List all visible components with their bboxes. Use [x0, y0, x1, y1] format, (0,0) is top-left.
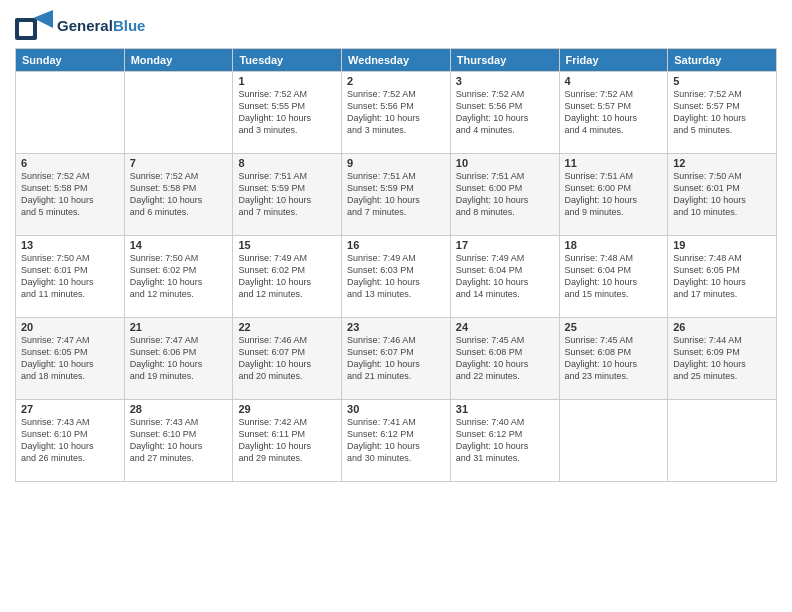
calendar-cell: 13Sunrise: 7:50 AM Sunset: 6:01 PM Dayli… [16, 236, 125, 318]
calendar-row: 1Sunrise: 7:52 AM Sunset: 5:55 PM Daylig… [16, 72, 777, 154]
calendar-cell: 29Sunrise: 7:42 AM Sunset: 6:11 PM Dayli… [233, 400, 342, 482]
day-info: Sunrise: 7:52 AM Sunset: 5:56 PM Dayligh… [347, 88, 445, 137]
day-info: Sunrise: 7:51 AM Sunset: 6:00 PM Dayligh… [565, 170, 663, 219]
logo-blue: Blue [113, 17, 146, 34]
day-info: Sunrise: 7:43 AM Sunset: 6:10 PM Dayligh… [21, 416, 119, 465]
day-info: Sunrise: 7:48 AM Sunset: 6:04 PM Dayligh… [565, 252, 663, 301]
day-info: Sunrise: 7:51 AM Sunset: 5:59 PM Dayligh… [347, 170, 445, 219]
weekday-header-wednesday: Wednesday [342, 49, 451, 72]
calendar-cell: 15Sunrise: 7:49 AM Sunset: 6:02 PM Dayli… [233, 236, 342, 318]
calendar-cell: 2Sunrise: 7:52 AM Sunset: 5:56 PM Daylig… [342, 72, 451, 154]
calendar-cell: 31Sunrise: 7:40 AM Sunset: 6:12 PM Dayli… [450, 400, 559, 482]
calendar-cell: 14Sunrise: 7:50 AM Sunset: 6:02 PM Dayli… [124, 236, 233, 318]
calendar-cell [559, 400, 668, 482]
day-info: Sunrise: 7:47 AM Sunset: 6:05 PM Dayligh… [21, 334, 119, 383]
calendar-cell: 27Sunrise: 7:43 AM Sunset: 6:10 PM Dayli… [16, 400, 125, 482]
day-info: Sunrise: 7:52 AM Sunset: 5:57 PM Dayligh… [565, 88, 663, 137]
day-number: 25 [565, 321, 663, 333]
day-info: Sunrise: 7:52 AM Sunset: 5:58 PM Dayligh… [130, 170, 228, 219]
day-info: Sunrise: 7:44 AM Sunset: 6:09 PM Dayligh… [673, 334, 771, 383]
calendar-cell: 7Sunrise: 7:52 AM Sunset: 5:58 PM Daylig… [124, 154, 233, 236]
day-number: 8 [238, 157, 336, 169]
day-info: Sunrise: 7:52 AM Sunset: 5:55 PM Dayligh… [238, 88, 336, 137]
calendar-cell: 21Sunrise: 7:47 AM Sunset: 6:06 PM Dayli… [124, 318, 233, 400]
day-info: Sunrise: 7:51 AM Sunset: 5:59 PM Dayligh… [238, 170, 336, 219]
calendar-row: 20Sunrise: 7:47 AM Sunset: 6:05 PM Dayli… [16, 318, 777, 400]
day-number: 30 [347, 403, 445, 415]
day-number: 2 [347, 75, 445, 87]
day-info: Sunrise: 7:42 AM Sunset: 6:11 PM Dayligh… [238, 416, 336, 465]
calendar-cell: 9Sunrise: 7:51 AM Sunset: 5:59 PM Daylig… [342, 154, 451, 236]
day-number: 19 [673, 239, 771, 251]
calendar-cell [668, 400, 777, 482]
day-info: Sunrise: 7:49 AM Sunset: 6:02 PM Dayligh… [238, 252, 336, 301]
calendar-cell: 18Sunrise: 7:48 AM Sunset: 6:04 PM Dayli… [559, 236, 668, 318]
day-info: Sunrise: 7:43 AM Sunset: 6:10 PM Dayligh… [130, 416, 228, 465]
svg-rect-2 [19, 22, 33, 36]
calendar-cell: 24Sunrise: 7:45 AM Sunset: 6:08 PM Dayli… [450, 318, 559, 400]
calendar-cell: 22Sunrise: 7:46 AM Sunset: 6:07 PM Dayli… [233, 318, 342, 400]
calendar-cell: 1Sunrise: 7:52 AM Sunset: 5:55 PM Daylig… [233, 72, 342, 154]
day-info: Sunrise: 7:46 AM Sunset: 6:07 PM Dayligh… [238, 334, 336, 383]
logo: GeneralBlue [15, 10, 145, 42]
day-info: Sunrise: 7:50 AM Sunset: 6:02 PM Dayligh… [130, 252, 228, 301]
calendar-cell: 25Sunrise: 7:45 AM Sunset: 6:08 PM Dayli… [559, 318, 668, 400]
calendar-cell: 23Sunrise: 7:46 AM Sunset: 6:07 PM Dayli… [342, 318, 451, 400]
day-number: 15 [238, 239, 336, 251]
calendar-cell: 16Sunrise: 7:49 AM Sunset: 6:03 PM Dayli… [342, 236, 451, 318]
day-number: 24 [456, 321, 554, 333]
calendar-row: 13Sunrise: 7:50 AM Sunset: 6:01 PM Dayli… [16, 236, 777, 318]
day-number: 29 [238, 403, 336, 415]
calendar-cell: 3Sunrise: 7:52 AM Sunset: 5:56 PM Daylig… [450, 72, 559, 154]
day-info: Sunrise: 7:45 AM Sunset: 6:08 PM Dayligh… [565, 334, 663, 383]
day-info: Sunrise: 7:49 AM Sunset: 6:03 PM Dayligh… [347, 252, 445, 301]
day-number: 1 [238, 75, 336, 87]
calendar-cell: 10Sunrise: 7:51 AM Sunset: 6:00 PM Dayli… [450, 154, 559, 236]
day-info: Sunrise: 7:52 AM Sunset: 5:58 PM Dayligh… [21, 170, 119, 219]
day-number: 28 [130, 403, 228, 415]
day-info: Sunrise: 7:40 AM Sunset: 6:12 PM Dayligh… [456, 416, 554, 465]
calendar-cell: 11Sunrise: 7:51 AM Sunset: 6:00 PM Dayli… [559, 154, 668, 236]
calendar-cell: 6Sunrise: 7:52 AM Sunset: 5:58 PM Daylig… [16, 154, 125, 236]
day-info: Sunrise: 7:49 AM Sunset: 6:04 PM Dayligh… [456, 252, 554, 301]
day-number: 5 [673, 75, 771, 87]
calendar-cell: 8Sunrise: 7:51 AM Sunset: 5:59 PM Daylig… [233, 154, 342, 236]
day-number: 7 [130, 157, 228, 169]
day-info: Sunrise: 7:46 AM Sunset: 6:07 PM Dayligh… [347, 334, 445, 383]
calendar-cell: 30Sunrise: 7:41 AM Sunset: 6:12 PM Dayli… [342, 400, 451, 482]
calendar-cell: 4Sunrise: 7:52 AM Sunset: 5:57 PM Daylig… [559, 72, 668, 154]
calendar-cell: 28Sunrise: 7:43 AM Sunset: 6:10 PM Dayli… [124, 400, 233, 482]
weekday-header-thursday: Thursday [450, 49, 559, 72]
day-number: 23 [347, 321, 445, 333]
day-number: 26 [673, 321, 771, 333]
day-info: Sunrise: 7:45 AM Sunset: 6:08 PM Dayligh… [456, 334, 554, 383]
calendar-header-row: SundayMondayTuesdayWednesdayThursdayFrid… [16, 49, 777, 72]
day-number: 31 [456, 403, 554, 415]
day-info: Sunrise: 7:41 AM Sunset: 6:12 PM Dayligh… [347, 416, 445, 465]
day-info: Sunrise: 7:52 AM Sunset: 5:56 PM Dayligh… [456, 88, 554, 137]
page: GeneralBlue SundayMondayTuesdayWednesday… [0, 0, 792, 612]
calendar-cell: 26Sunrise: 7:44 AM Sunset: 6:09 PM Dayli… [668, 318, 777, 400]
day-number: 22 [238, 321, 336, 333]
day-info: Sunrise: 7:50 AM Sunset: 6:01 PM Dayligh… [21, 252, 119, 301]
day-number: 27 [21, 403, 119, 415]
calendar-row: 6Sunrise: 7:52 AM Sunset: 5:58 PM Daylig… [16, 154, 777, 236]
calendar-cell: 12Sunrise: 7:50 AM Sunset: 6:01 PM Dayli… [668, 154, 777, 236]
day-info: Sunrise: 7:52 AM Sunset: 5:57 PM Dayligh… [673, 88, 771, 137]
weekday-header-tuesday: Tuesday [233, 49, 342, 72]
logo-text: GeneralBlue [57, 18, 145, 35]
day-info: Sunrise: 7:48 AM Sunset: 6:05 PM Dayligh… [673, 252, 771, 301]
logo-general: General [57, 17, 113, 34]
calendar-cell [16, 72, 125, 154]
day-number: 16 [347, 239, 445, 251]
weekday-header-monday: Monday [124, 49, 233, 72]
day-number: 18 [565, 239, 663, 251]
calendar-cell: 20Sunrise: 7:47 AM Sunset: 6:05 PM Dayli… [16, 318, 125, 400]
logo-icon [15, 10, 53, 42]
day-number: 17 [456, 239, 554, 251]
calendar: SundayMondayTuesdayWednesdayThursdayFrid… [15, 48, 777, 482]
day-number: 10 [456, 157, 554, 169]
calendar-cell: 5Sunrise: 7:52 AM Sunset: 5:57 PM Daylig… [668, 72, 777, 154]
day-number: 13 [21, 239, 119, 251]
day-number: 4 [565, 75, 663, 87]
